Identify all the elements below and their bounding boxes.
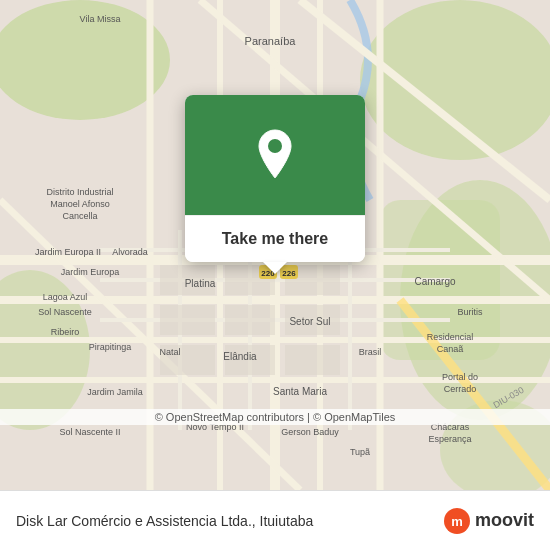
svg-text:Platina: Platina	[185, 278, 216, 289]
svg-text:Manoel Afonso: Manoel Afonso	[50, 199, 110, 209]
svg-text:Alvorada: Alvorada	[112, 247, 148, 257]
svg-text:Brasil: Brasil	[359, 347, 382, 357]
svg-text:Jardim Europa: Jardim Europa	[61, 267, 120, 277]
svg-text:Buritis: Buritis	[457, 307, 483, 317]
svg-rect-29	[225, 305, 275, 335]
svg-text:Sol Nascente II: Sol Nascente II	[59, 427, 120, 437]
moovit-logo: m moovit	[443, 507, 534, 535]
svg-text:Canaã: Canaã	[437, 344, 464, 354]
svg-text:Paranaíba: Paranaíba	[245, 35, 297, 47]
svg-text:Natal: Natal	[159, 347, 180, 357]
svg-text:Setor Sul: Setor Sul	[289, 316, 330, 327]
svg-text:Pirapitinga: Pirapitinga	[89, 342, 132, 352]
svg-text:Vila Missa: Vila Missa	[80, 14, 121, 24]
svg-text:Tupã: Tupã	[350, 447, 370, 457]
svg-text:Elândia: Elândia	[223, 351, 257, 362]
svg-text:Lagoa Azul: Lagoa Azul	[43, 292, 88, 302]
location-pin-icon	[253, 128, 297, 182]
svg-point-71	[268, 139, 282, 153]
svg-text:Cancella: Cancella	[62, 211, 97, 221]
place-name: Disk Lar Comércio e Assistencia Ltda., I…	[16, 513, 433, 529]
map-attribution: © OpenStreetMap contributors | © OpenMap…	[0, 409, 550, 425]
popup-map-section	[185, 95, 365, 215]
svg-text:Cerrado: Cerrado	[444, 384, 477, 394]
svg-text:Santa Maria: Santa Maria	[273, 386, 327, 397]
svg-rect-34	[285, 345, 340, 375]
svg-text:Esperança: Esperança	[428, 434, 471, 444]
take-me-there-button[interactable]: Take me there	[185, 215, 365, 262]
svg-text:Camargo: Camargo	[414, 276, 456, 287]
map-container[interactable]: Paranaíba Distrito Industrial Manoel Afo…	[0, 0, 550, 490]
svg-text:Distrito Industrial: Distrito Industrial	[46, 187, 113, 197]
moovit-logo-icon: m	[443, 507, 471, 535]
svg-text:Gerson Baduy: Gerson Baduy	[281, 427, 339, 437]
svg-rect-28	[160, 305, 215, 335]
bottom-bar: Disk Lar Comércio e Assistencia Ltda., I…	[0, 490, 550, 550]
svg-text:Ribeiro: Ribeiro	[51, 327, 80, 337]
svg-text:Sol Nascente: Sol Nascente	[38, 307, 92, 317]
moovit-logo-text: moovit	[475, 510, 534, 531]
popup-card: Take me there	[185, 95, 365, 262]
svg-text:Jardim Jamila: Jardim Jamila	[87, 387, 143, 397]
svg-text:Portal do: Portal do	[442, 372, 478, 382]
svg-text:Residencial: Residencial	[427, 332, 474, 342]
svg-text:Jardim Europa II: Jardim Europa II	[35, 247, 101, 257]
svg-text:m: m	[451, 514, 463, 529]
